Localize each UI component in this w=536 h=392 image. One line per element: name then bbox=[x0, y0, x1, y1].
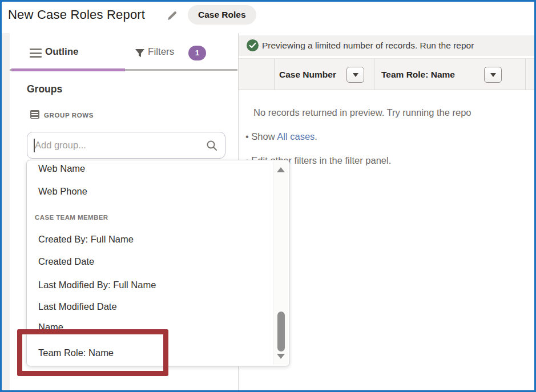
no-records-message: No records returned in preview. Try runn… bbox=[253, 107, 471, 118]
column-divider bbox=[274, 59, 275, 90]
annotation-highlight-box bbox=[17, 329, 168, 376]
search-icon bbox=[206, 140, 217, 151]
tab-outline[interactable]: Outline bbox=[45, 46, 79, 58]
add-group-input[interactable] bbox=[35, 132, 200, 158]
left-edge-strip bbox=[2, 33, 10, 390]
column-menu-button[interactable] bbox=[346, 67, 364, 83]
add-group-searchbox[interactable] bbox=[27, 132, 225, 159]
preview-table-header: Case Number Team Role: Name bbox=[239, 58, 534, 90]
active-tab-underline bbox=[11, 68, 125, 71]
all-cases-link[interactable]: All cases bbox=[277, 131, 315, 142]
bullet1-prefix: • Show bbox=[245, 131, 277, 142]
edit-title-icon[interactable] bbox=[167, 10, 178, 21]
column-header-team-role[interactable]: Team Role: Name bbox=[381, 70, 455, 80]
success-check-icon bbox=[247, 39, 259, 51]
column-menu-button[interactable] bbox=[484, 67, 502, 83]
dropdown-section-header: CASE TEAM MEMBER bbox=[35, 213, 108, 222]
report-builder-window: New Case Roles Report Case Roles Outline… bbox=[0, 0, 536, 392]
banner-message: Previewing a limited number of records. … bbox=[262, 41, 474, 51]
dropdown-scrollbar[interactable] bbox=[273, 161, 288, 365]
chevron-down-icon bbox=[490, 73, 496, 77]
column-divider bbox=[374, 59, 374, 90]
scrollbar-thumb[interactable] bbox=[277, 312, 285, 351]
column-divider bbox=[525, 59, 526, 90]
scroll-up-arrow-icon[interactable] bbox=[277, 167, 285, 172]
chevron-down-icon bbox=[353, 73, 358, 77]
scroll-down-arrow-icon[interactable] bbox=[277, 354, 285, 359]
dropdown-option[interactable]: Last Modified By: Full Name bbox=[38, 278, 156, 292]
show-all-cases-line: • Show All cases. bbox=[245, 131, 317, 142]
dropdown-option[interactable]: Web Phone bbox=[38, 184, 87, 198]
bullet1-suffix: . bbox=[315, 131, 317, 142]
dropdown-option[interactable]: Created By: Full Name bbox=[38, 232, 134, 246]
tab-filters[interactable]: Filters bbox=[148, 46, 174, 58]
dropdown-option[interactable]: Last Modified Date bbox=[38, 300, 117, 313]
outline-list-icon bbox=[30, 49, 42, 58]
dropdown-option[interactable]: Created Date bbox=[38, 254, 94, 268]
report-type-badge: Case Roles bbox=[188, 5, 256, 25]
column-header-case-number[interactable]: Case Number bbox=[279, 70, 336, 80]
filter-funnel-icon bbox=[135, 48, 145, 58]
page-title: New Case Roles Report bbox=[8, 7, 145, 22]
group-rows-icon bbox=[30, 110, 39, 119]
dropdown-option[interactable]: Web Name bbox=[38, 161, 85, 175]
preview-banner: Previewing a limited number of records. … bbox=[239, 35, 534, 56]
groups-heading: Groups bbox=[27, 83, 62, 95]
group-rows-label: GROUP ROWS bbox=[44, 112, 94, 119]
filters-count-badge: 1 bbox=[188, 46, 206, 60]
